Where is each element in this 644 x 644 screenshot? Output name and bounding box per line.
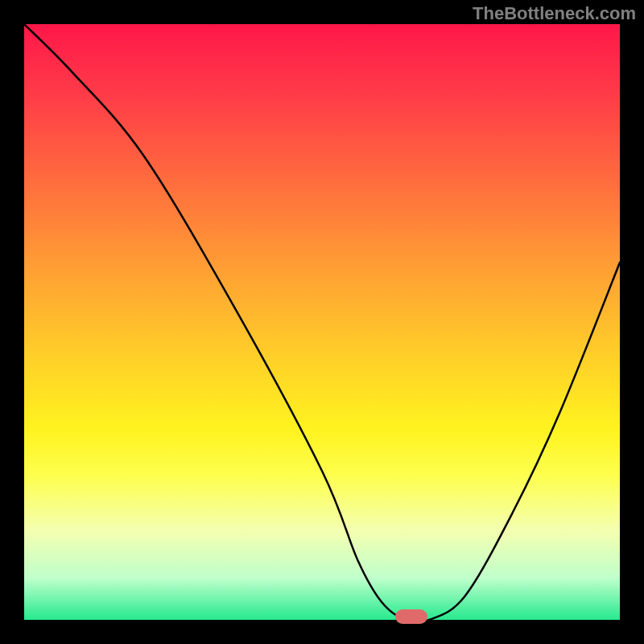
watermark-text: TheBottleneck.com [473,3,636,24]
plot-area [24,24,620,620]
optimal-marker [395,609,427,624]
chart-frame: TheBottleneck.com [0,0,644,644]
bottleneck-curve [24,24,620,620]
